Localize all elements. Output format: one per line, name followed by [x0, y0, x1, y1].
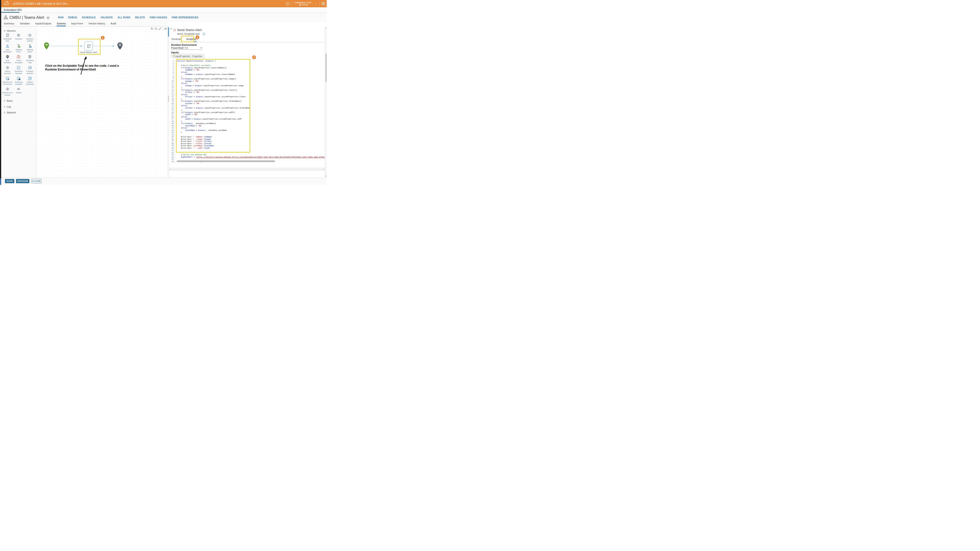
- scroll-left-icon[interactable]: ‹: [170, 168, 171, 171]
- palette-item-asynchronous-element[interactable]: Asynchronous element: [2, 76, 13, 86]
- code-line[interactable]: $flavor = $inputs.inputProperties.custom…: [177, 95, 325, 98]
- code-line[interactable]: $vmIP = "NA": [177, 113, 325, 116]
- code-line[interactable]: function Handler($context, $inputs) {: [177, 60, 325, 62]
- tab-schema[interactable]: Schema: [57, 22, 66, 26]
- palette-item-switch[interactable]: Switch: [13, 87, 24, 96]
- code-line[interactable]: if(!$inputs.inputProperties.customProper…: [177, 111, 325, 114]
- code-line[interactable]: }else{: [177, 94, 325, 96]
- code-line[interactable]: }: [177, 131, 325, 133]
- code-line[interactable]: # Build PowerShell variables: [177, 64, 325, 67]
- palette-item-throw-exception[interactable]: Throw exception: [13, 55, 24, 64]
- tab-version-history[interactable]: Version History: [89, 22, 105, 26]
- code-line[interactable]: }else{: [177, 105, 325, 107]
- schema-canvas[interactable]: Send-Teams-Alert 1 Click on the Scriptab…: [37, 27, 167, 177]
- code-line[interactable]: $flavor = "NA": [177, 91, 325, 94]
- zoom-out-icon[interactable]: [154, 27, 157, 30]
- delete-action[interactable]: DELETE: [135, 16, 145, 19]
- code-line[interactable]: }: [177, 98, 325, 100]
- code-line[interactable]: if(!$inputs.inputProperties.customProper…: [177, 100, 325, 102]
- code-line[interactable]: [177, 149, 325, 151]
- code-line[interactable]: }else{: [177, 71, 325, 73]
- code-line[interactable]: }: [177, 109, 325, 111]
- panel-hscrollbar[interactable]: ‹ ›: [169, 168, 325, 171]
- code-line[interactable]: # Define the webhook URL: [177, 154, 325, 156]
- palette-item-decision[interactable]: Decision: [13, 33, 24, 42]
- panel-tab-scripting[interactable]: Scripting: [186, 37, 197, 42]
- code-line[interactable]: if(!$inputs.inputProperties.customProper…: [177, 78, 325, 80]
- code-line[interactable]: }else{: [177, 82, 325, 84]
- code-line[interactable]: [177, 62, 325, 65]
- palette-item-workflow-note[interactable]: Workflow note: [24, 55, 35, 64]
- find-dependencies-action[interactable]: FIND DEPENDENCIES: [172, 16, 199, 19]
- find-usages-action[interactable]: FIND USAGES: [150, 16, 167, 19]
- help-icon[interactable]: ?: [286, 2, 290, 6]
- code-line[interactable]: Write-Host "--flavor:"$flavor: [177, 140, 325, 143]
- palette-section-basic[interactable]: Basic: [3, 99, 36, 102]
- user-menu[interactable]: configadmin confi... VAIDM: [294, 2, 313, 6]
- code-line[interactable]: $image = $inputs.inputProperties.customP…: [177, 84, 325, 87]
- user-menu-chevron-icon[interactable]: ⌄: [315, 2, 317, 5]
- schedule-action[interactable]: SCHEDULE: [82, 16, 96, 19]
- code-line[interactable]: [177, 158, 325, 160]
- all-runs-action[interactable]: ALL RUNS: [118, 16, 130, 19]
- page-vscrollbar[interactable]: ▲ ▼: [325, 27, 327, 177]
- palette-item-decision-activity[interactable]: Decision activity: [24, 33, 35, 42]
- scroll-up-icon[interactable]: ▲: [325, 27, 327, 29]
- code-line[interactable]: $userName = $inputs.__metadata_userName: [177, 129, 325, 132]
- scriptable-task-node[interactable]: [84, 41, 93, 51]
- debug-action[interactable]: DEBUG: [68, 16, 77, 19]
- palette-item-nested-workflows[interactable]: Nested workflows: [24, 76, 35, 86]
- input-properties-chip[interactable]: inputProperties : Properties: [171, 54, 204, 58]
- editor-hscrollbar-thumb[interactable]: [177, 160, 275, 162]
- code-line[interactable]: $folder = $inputs.inputProperties.custom…: [177, 107, 325, 109]
- code-line[interactable]: }: [177, 76, 325, 78]
- tab-summary[interactable]: Summary: [4, 22, 14, 26]
- palette-item-schedule-workflow[interactable]: Schedule workflow: [13, 76, 24, 86]
- code-line[interactable]: $folder = "NA": [177, 102, 325, 105]
- palette-section-generic[interactable]: Generic: [3, 29, 36, 32]
- legend-icon[interactable]: [164, 27, 167, 30]
- code-line[interactable]: if(!$inputs.inputProperties.customProper…: [177, 89, 325, 91]
- code-line[interactable]: $userName = "NA": [177, 125, 325, 127]
- palette-section-log[interactable]: Log: [3, 105, 36, 108]
- code-line[interactable]: Write-Host "--vmName:"$vmName: [177, 136, 325, 138]
- code-line[interactable]: Write-Host "---image:"$image: [177, 138, 325, 140]
- favorite-star-icon[interactable]: [46, 16, 49, 19]
- code-line[interactable]: Write-Host "userName:"$userName: [177, 144, 325, 147]
- script-editor[interactable]: 1234567891011121314151617181920212223242…: [170, 60, 325, 163]
- scroll-right-icon[interactable]: ›: [323, 168, 324, 171]
- palette-item-workflow-element[interactable]: Workflow element: [13, 65, 24, 75]
- palette-item-end-workflow[interactable]: End workflow: [2, 55, 13, 64]
- code-line[interactable]: Write-Host "----vmIP:"$vmIP: [177, 147, 325, 149]
- info-icon[interactable]: [202, 33, 205, 35]
- app-launcher-icon[interactable]: [322, 2, 325, 5]
- collapse-panel-icon[interactable]: »: [170, 27, 172, 30]
- splitter-handle[interactable]: [168, 96, 169, 102]
- code-line[interactable]: $webhookUrl = 'https://thornhilllanecom.…: [177, 156, 325, 158]
- palette-item-action-element[interactable]: Action element: [2, 65, 13, 75]
- code-line[interactable]: $vmName = $inputs.inputProperties.resour…: [177, 73, 325, 76]
- code-line[interactable]: $image = "NA": [177, 80, 325, 83]
- code-line[interactable]: [177, 133, 325, 136]
- palette-item-foreach-element[interactable]: Foreach element: [24, 65, 35, 75]
- code-line[interactable]: }: [177, 87, 325, 89]
- tab-inputs-outputs[interactable]: Inputs/Outputs: [35, 22, 51, 26]
- runtime-environment-select[interactable]: PowerShell 7.3: [171, 46, 202, 50]
- panel-tab-general[interactable]: General: [171, 37, 181, 42]
- run-action[interactable]: RUN: [58, 16, 64, 19]
- workflow-start-node[interactable]: [43, 42, 49, 50]
- page-vscrollbar-thumb[interactable]: [326, 54, 327, 82]
- tab-audit[interactable]: Audit: [110, 22, 116, 26]
- palette-item-default-error-handler[interactable]: Default error handler: [2, 87, 13, 96]
- palette-item-waiting-event[interactable]: Waiting event: [24, 44, 35, 53]
- code-line[interactable]: }: [177, 120, 325, 122]
- validate-action[interactable]: VALIDATE: [100, 16, 113, 19]
- palette-section-network[interactable]: Network: [3, 111, 36, 114]
- code-line[interactable]: }else{: [177, 116, 325, 118]
- tab-input-form[interactable]: Input Form: [71, 22, 83, 26]
- fit-to-screen-icon[interactable]: [159, 27, 161, 30]
- canvas-scrollbar-thumb[interactable]: [168, 27, 169, 37]
- editor-code[interactable]: function Handler($context, $inputs) { # …: [175, 60, 325, 163]
- scroll-down-icon[interactable]: ▼: [325, 175, 327, 177]
- save-button[interactable]: SAVE: [5, 179, 14, 183]
